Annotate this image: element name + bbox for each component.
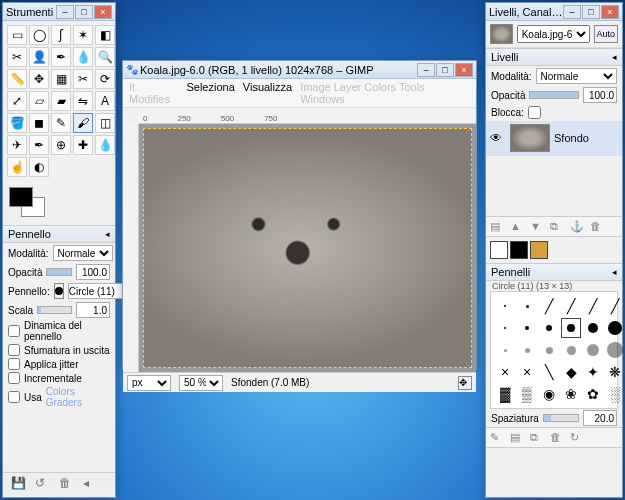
minimize-button[interactable]: –: [563, 5, 581, 19]
fg-bg-colors[interactable]: [7, 185, 51, 221]
brush-item[interactable]: ×: [517, 362, 537, 382]
menu-seleziona[interactable]: Seleziona: [186, 81, 234, 105]
chk-fadeout[interactable]: [8, 344, 20, 356]
brush-item[interactable]: ╱: [583, 296, 603, 316]
tool-perspective[interactable]: ▰: [51, 91, 71, 111]
layer-opacity-slider[interactable]: [529, 91, 579, 99]
image-thumb[interactable]: [490, 24, 513, 44]
tool-free-select[interactable]: ʃ: [51, 25, 71, 45]
brush-item[interactable]: ╲: [539, 362, 559, 382]
lock-alpha-checkbox[interactable]: [528, 106, 541, 119]
brush-item[interactable]: [495, 296, 515, 316]
layer-opacity-value[interactable]: [583, 87, 617, 103]
delete-layer-icon[interactable]: 🗑: [590, 220, 604, 233]
brush-preview-icon[interactable]: [54, 283, 64, 299]
scale-value[interactable]: [76, 302, 110, 318]
chk-use-gradient[interactable]: [8, 391, 20, 403]
tool-ellipse-select[interactable]: ◯: [29, 25, 49, 45]
new-layer-icon[interactable]: ▤: [490, 220, 504, 233]
brush-item[interactable]: [583, 340, 603, 360]
zoom-select[interactable]: 50 %: [179, 375, 223, 391]
spacing-value[interactable]: [583, 410, 617, 426]
spacing-slider[interactable]: [543, 414, 579, 422]
brush-options-header[interactable]: Pennello ◂: [3, 225, 115, 243]
brush-item[interactable]: [539, 318, 559, 338]
tool-scale[interactable]: ⤢: [7, 91, 27, 111]
brush-item[interactable]: ✦: [583, 362, 603, 382]
opacity-value[interactable]: [76, 264, 110, 280]
foreground-color[interactable]: [9, 187, 33, 207]
canvas-area[interactable]: [139, 124, 476, 372]
livelli-header[interactable]: Livelli ◂: [486, 48, 622, 66]
auto-button[interactable]: Auto: [594, 25, 618, 43]
tool-smudge[interactable]: ☝: [7, 157, 27, 177]
swatch-tan[interactable]: [530, 241, 548, 259]
tool-color-picker[interactable]: 💧: [73, 47, 93, 67]
brush-item[interactable]: ░: [605, 384, 625, 404]
chk-incremental[interactable]: [8, 372, 20, 384]
brush-item[interactable]: [539, 340, 559, 360]
minimize-button[interactable]: –: [56, 5, 74, 19]
tool-shear[interactable]: ▱: [29, 91, 49, 111]
tool-align[interactable]: ▦: [51, 69, 71, 89]
tool-move[interactable]: ✥: [29, 69, 49, 89]
delete-brush-icon[interactable]: 🗑: [550, 431, 564, 444]
brush-item[interactable]: [517, 340, 537, 360]
revert-icon[interactable]: ↺: [35, 476, 51, 492]
save-icon[interactable]: 💾: [11, 476, 27, 492]
brush-item[interactable]: [605, 340, 625, 360]
tool-blend[interactable]: ◼: [29, 113, 49, 133]
tool-crop[interactable]: ✂: [73, 69, 93, 89]
maximize-button[interactable]: □: [75, 5, 93, 19]
brush-item[interactable]: ◆: [561, 362, 581, 382]
brush-item[interactable]: ╱: [539, 296, 559, 316]
new-brush-icon[interactable]: ▤: [510, 431, 524, 444]
chk-dynamics[interactable]: [8, 325, 20, 337]
mode-select[interactable]: Normale: [53, 245, 113, 261]
delete-icon[interactable]: 🗑: [59, 476, 75, 492]
brush-item[interactable]: ▓: [495, 384, 515, 404]
maximize-button[interactable]: □: [582, 5, 600, 19]
tool-dodge[interactable]: ◐: [29, 157, 49, 177]
tool-paths[interactable]: ✒: [51, 47, 71, 67]
edit-brush-icon[interactable]: ✎: [490, 431, 504, 444]
menu-visualizza[interactable]: Visualizza: [243, 81, 292, 105]
duplicate-layer-icon[interactable]: ⧉: [550, 220, 564, 233]
brush-item[interactable]: ❋: [605, 362, 625, 382]
brush-item[interactable]: [561, 340, 581, 360]
brush-item[interactable]: ▒: [517, 384, 537, 404]
navigation-icon[interactable]: ✥: [458, 376, 472, 390]
opacity-slider[interactable]: [46, 268, 72, 276]
tool-paintbrush[interactable]: 🖌: [73, 113, 93, 133]
duplicate-brush-icon[interactable]: ⧉: [530, 431, 544, 444]
image-select[interactable]: Koala.jpg-6: [517, 25, 590, 43]
lower-layer-icon[interactable]: ▼: [530, 220, 544, 233]
tool-by-color[interactable]: ◧: [95, 25, 115, 45]
brush-item[interactable]: ✿: [583, 384, 603, 404]
tool-measure[interactable]: 📏: [7, 69, 27, 89]
brush-item[interactable]: [583, 318, 603, 338]
tool-fuzzy-select[interactable]: ✶: [73, 25, 93, 45]
refresh-brush-icon[interactable]: ↻: [570, 431, 584, 444]
tool-bucket[interactable]: 🪣: [7, 113, 27, 133]
tool-pencil[interactable]: ✎: [51, 113, 71, 133]
brush-item[interactable]: ╱: [561, 296, 581, 316]
layer-mode-select[interactable]: Normale: [536, 68, 617, 84]
tool-foreground[interactable]: 👤: [29, 47, 49, 67]
scale-slider[interactable]: [37, 306, 72, 314]
tool-rect-select[interactable]: ▭: [7, 25, 27, 45]
brush-item[interactable]: [495, 340, 515, 360]
colors-graders-link[interactable]: Colors Graders: [46, 386, 110, 408]
close-button[interactable]: ×: [601, 5, 619, 19]
tool-zoom[interactable]: 🔍: [95, 47, 115, 67]
close-button[interactable]: ×: [94, 5, 112, 19]
brush-item-selected[interactable]: [561, 318, 581, 338]
minimize-button[interactable]: –: [417, 63, 435, 77]
brush-item[interactable]: [517, 318, 537, 338]
anchor-layer-icon[interactable]: ⚓: [570, 220, 584, 233]
close-button[interactable]: ×: [455, 63, 473, 77]
tool-eraser[interactable]: ◫: [95, 113, 115, 133]
brush-item[interactable]: ×: [495, 362, 515, 382]
pennelli-header[interactable]: Pennelli ◂: [486, 263, 622, 281]
brush-item[interactable]: ◉: [539, 384, 559, 404]
